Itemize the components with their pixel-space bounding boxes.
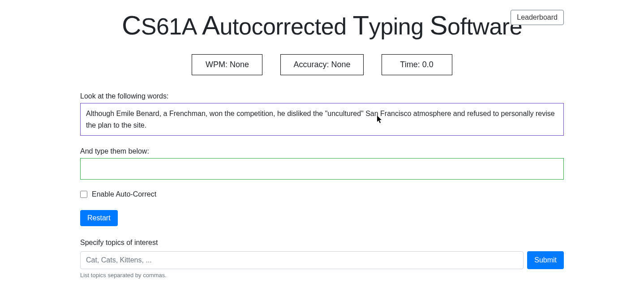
time-stat: Time: 0.0: [382, 54, 452, 75]
autocorrect-checkbox[interactable]: [80, 191, 87, 198]
typing-label: And type them below:: [80, 147, 564, 155]
submit-button[interactable]: Submit: [527, 251, 564, 269]
title-part-utocorrected: utocorrected: [220, 13, 353, 39]
accuracy-label: Accuracy:: [293, 60, 331, 69]
title-cap-s: S: [430, 10, 448, 40]
typing-input[interactable]: [80, 158, 564, 180]
accuracy-stat: Accuracy: None: [280, 54, 363, 75]
leaderboard-button[interactable]: Leaderboard: [511, 10, 564, 25]
title-part-yping: yping: [369, 13, 430, 39]
prompt-label: Look at the following words:: [80, 92, 564, 100]
topics-label: Specify topics of interest: [80, 239, 564, 247]
prompt-text-box: Although Emile Benard, a Frenchman, won …: [80, 103, 564, 136]
title-cap-t: T: [353, 10, 369, 40]
autocorrect-label[interactable]: Enable Auto-Correct: [92, 190, 156, 198]
time-label: Time:: [400, 60, 422, 69]
topics-row: Submit: [80, 251, 564, 269]
title-cap-a: A: [202, 10, 220, 40]
stats-row: WPM: None Accuracy: None Time: 0.0: [80, 54, 564, 75]
accuracy-value: None: [331, 60, 351, 69]
title-cap-c: C: [122, 10, 141, 40]
page-title: CS61A Autocorrected Typing Software: [80, 0, 564, 54]
autocorrect-row: Enable Auto-Correct: [80, 190, 564, 198]
time-value: 0.0: [422, 60, 434, 69]
wpm-value: None: [230, 60, 249, 69]
title-part-s61a: S61A: [141, 13, 202, 39]
wpm-label: WPM:: [206, 60, 230, 69]
topics-help-text: List topics separated by commas.: [80, 272, 564, 279]
topics-input[interactable]: [80, 251, 524, 269]
wpm-stat: WPM: None: [192, 54, 262, 75]
restart-button[interactable]: Restart: [80, 210, 118, 226]
